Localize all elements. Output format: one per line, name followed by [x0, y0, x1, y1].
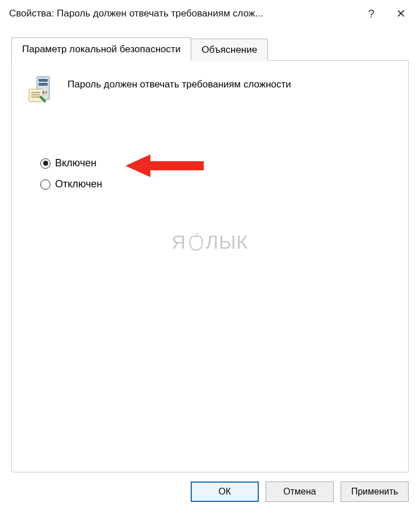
tab-label: Объяснение — [201, 44, 257, 55]
radio-label: Отключен — [55, 178, 102, 190]
radio-icon — [40, 179, 51, 190]
dialog-button-row: ОК Отмена Применить — [11, 472, 409, 511]
svg-rect-2 — [39, 83, 48, 86]
apply-button[interactable]: Применить — [341, 481, 409, 502]
policy-header: Пароль должен отвечать требованиям сложн… — [27, 76, 393, 106]
watermark-text-right: ЛЫК — [205, 231, 248, 253]
close-button[interactable]: ✕ — [386, 2, 415, 25]
titlebar: Свойства: Пароль должен отвечать требова… — [0, 0, 420, 27]
watermark: Я ЛЫК — [172, 231, 249, 253]
radio-label: Включен — [55, 157, 96, 169]
policy-title: Пароль должен отвечать требованиям сложн… — [68, 76, 291, 90]
tab-label: Параметр локальной безопасности — [22, 44, 180, 55]
button-label: Отмена — [283, 487, 316, 497]
radio-enabled[interactable]: Включен — [40, 157, 393, 169]
svg-marker-11 — [125, 154, 150, 177]
button-label: ОК — [219, 487, 231, 497]
svg-rect-10 — [147, 161, 204, 170]
radio-icon — [40, 158, 51, 169]
help-button[interactable]: ? — [356, 2, 386, 25]
cancel-button[interactable]: Отмена — [266, 481, 334, 502]
tab-explanation[interactable]: Объяснение — [191, 39, 268, 61]
tab-panel-local-security: Пароль должен отвечать требованиям сложн… — [11, 60, 409, 472]
properties-dialog: Свойства: Пароль должен отвечать требова… — [0, 0, 420, 511]
radio-disabled[interactable]: Отключен — [40, 178, 393, 190]
radio-group: Включен Отключен — [40, 157, 393, 190]
apple-outline-icon — [187, 233, 204, 252]
ok-button[interactable]: ОК — [191, 481, 259, 502]
svg-rect-1 — [39, 79, 48, 82]
svg-rect-4 — [29, 89, 43, 102]
tab-local-security[interactable]: Параметр локальной безопасности — [11, 37, 191, 61]
tab-area: Параметр локальной безопасности Объяснен… — [0, 27, 420, 511]
policy-icon — [27, 76, 57, 106]
window-title: Свойства: Пароль должен отвечать требова… — [9, 8, 356, 19]
button-label: Применить — [351, 487, 398, 497]
watermark-text-left: Я — [172, 231, 187, 253]
tab-strip: Параметр локальной безопасности Объяснен… — [11, 37, 409, 61]
arrow-annotation — [125, 153, 211, 181]
